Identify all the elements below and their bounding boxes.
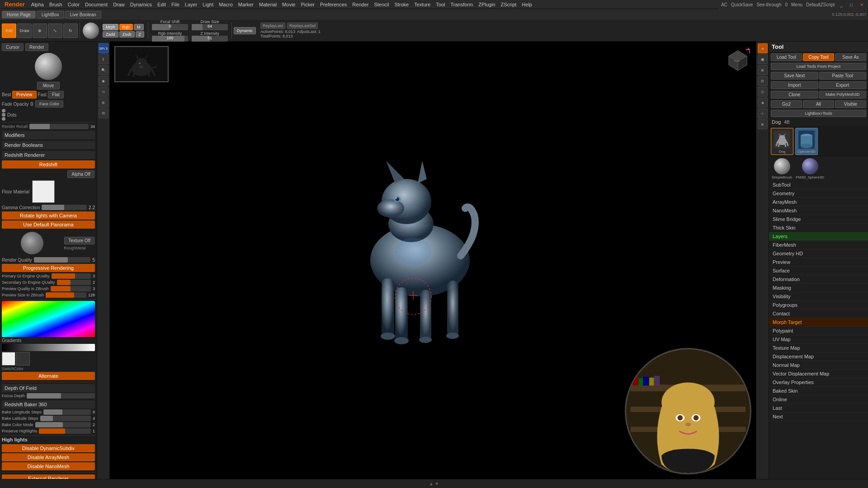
- menu-btn[interactable]: Menu: [791, 2, 802, 7]
- spi-icon[interactable]: SPi 3: [99, 43, 108, 53]
- visible-btn[interactable]: Visible: [835, 100, 866, 108]
- render-left-btn[interactable]: Render: [25, 43, 48, 51]
- menu-movie[interactable]: Movie: [279, 1, 298, 8]
- maximize-btn[interactable]: □: [848, 2, 854, 7]
- menu-zplugin[interactable]: ZPlugin: [476, 1, 498, 8]
- morph-target-item[interactable]: Morph Target: [769, 318, 868, 327]
- menu-render[interactable]: Render: [349, 1, 371, 8]
- replay-lastsel-btn[interactable]: ReplayLastSel: [287, 23, 318, 29]
- menu-stroke[interactable]: Stroke: [392, 1, 411, 8]
- save-next-btn[interactable]: Save Next: [771, 72, 818, 80]
- alternate-btn[interactable]: Alternate: [2, 372, 95, 380]
- preview-size-slider[interactable]: [46, 292, 86, 298]
- layers-item[interactable]: Layers: [769, 232, 868, 241]
- alpha-off-btn[interactable]: Alpha Off: [67, 170, 94, 178]
- make-polymesh3d-btn[interactable]: Make PolyMesh3D: [819, 91, 867, 99]
- menu-macro[interactable]: Macro: [216, 1, 236, 8]
- load-tool-btn[interactable]: Load Tool: [771, 53, 802, 61]
- disable-dynamicsubdiv-btn[interactable]: Disable DynamicSubdiv: [2, 444, 95, 452]
- texture-preview[interactable]: [21, 232, 43, 254]
- gradient-bar[interactable]: [2, 344, 95, 351]
- move-btn[interactable]: Move: [37, 82, 60, 89]
- fracture-icon[interactable]: ⧉: [99, 108, 108, 118]
- scale-btn[interactable]: ⤡: [48, 23, 62, 38]
- vector-displacement-item[interactable]: Vector Displacement Map: [769, 370, 868, 378]
- frame-icon[interactable]: ⊞: [99, 98, 108, 108]
- z-intensity-slider[interactable]: 51: [192, 36, 228, 42]
- rgb-btn[interactable]: Rgb: [119, 24, 133, 30]
- menu-light[interactable]: Light: [200, 1, 216, 8]
- menu-zscript[interactable]: ZScript: [498, 1, 519, 8]
- render-quality-slider[interactable]: [34, 257, 91, 263]
- progressive-rendering-btn[interactable]: Progressive Rendering: [2, 264, 95, 272]
- preview-quality-slider[interactable]: [51, 286, 91, 291]
- material-preview[interactable]: [83, 23, 99, 39]
- disable-arraymesh-btn[interactable]: Disable ArrayMesh: [2, 453, 95, 461]
- depth-of-field-header[interactable]: Depth Of Field: [2, 384, 95, 392]
- secondary-gi-slider[interactable]: [57, 280, 91, 285]
- nanomesh-item[interactable]: NanoMesh: [769, 206, 868, 215]
- grid-icon[interactable]: ⊹: [758, 108, 768, 118]
- ztry-btn[interactable]: Z: [136, 31, 145, 38]
- menu-texture[interactable]: Texture: [411, 1, 433, 8]
- gamma-slider[interactable]: [42, 205, 87, 210]
- lightbox-tools-btn[interactable]: Lightbox>Tools: [771, 110, 866, 117]
- redshift-btn[interactable]: Redshift: [2, 160, 95, 169]
- render-mode-icon[interactable]: ◈: [758, 43, 768, 53]
- menu-brush[interactable]: Brush: [47, 1, 65, 8]
- simple-brush-thumb[interactable]: SimpleBrush: [772, 158, 792, 179]
- use-default-panorama-btn[interactable]: Use Default Panorama: [2, 221, 95, 229]
- normal-map-item[interactable]: Normal Map: [769, 361, 868, 370]
- nav-cube[interactable]: Front: [724, 46, 751, 73]
- aahalf-icon[interactable]: ½: [99, 87, 108, 97]
- polypaint-item[interactable]: Polypaint: [769, 327, 868, 335]
- ao-icon[interactable]: ◈: [758, 98, 768, 108]
- visibility-item[interactable]: Visibility: [769, 292, 868, 301]
- render-booleans-header[interactable]: Render Booleans: [2, 141, 95, 149]
- flat-shade-icon[interactable]: ▣: [758, 54, 768, 64]
- deformation-item[interactable]: Deformation: [769, 275, 868, 284]
- actual-icon[interactable]: ◉: [99, 76, 108, 86]
- zsub-btn[interactable]: Zsub: [119, 31, 135, 38]
- preview-btn[interactable]: Preview: [12, 91, 37, 99]
- thick-skin-item[interactable]: Thick Skin: [769, 224, 868, 232]
- draw-size-slider[interactable]: 64: [192, 24, 228, 30]
- menu-tool[interactable]: Tool: [433, 1, 448, 8]
- flat-btn[interactable]: Flat: [48, 91, 64, 99]
- external-renderer-btn[interactable]: External Renderer: [2, 474, 95, 479]
- displacement-map-item[interactable]: Displacement Map: [769, 352, 868, 361]
- texture-map-item[interactable]: Texture Map: [769, 344, 868, 352]
- load-tools-project-btn[interactable]: Load Tools From Project: [771, 63, 866, 70]
- bake-color-mode-slider[interactable]: [35, 422, 91, 427]
- copy-tool-btn[interactable]: Copy Tool: [803, 53, 834, 61]
- mrph-btn[interactable]: Mrph: [103, 24, 118, 30]
- menu-color[interactable]: Color: [65, 1, 82, 8]
- move-btn[interactable]: ⊕: [33, 23, 47, 38]
- white-swatch[interactable]: [2, 352, 15, 366]
- menu-layer[interactable]: Layer: [182, 1, 200, 8]
- redshift-baker-header[interactable]: Redshift Baker 360: [2, 400, 95, 408]
- shadow-icon[interactable]: ◷: [758, 87, 768, 97]
- live-boolean-btn[interactable]: Live Boolean: [65, 11, 101, 19]
- scroll-icon[interactable]: ⇕: [99, 54, 108, 64]
- quicksave-btn[interactable]: QuickSave: [731, 2, 753, 7]
- pm3d-sphere-thumb[interactable]: PM3D_Sphere3D: [796, 158, 824, 179]
- rotate-btn[interactable]: ↻: [63, 23, 78, 38]
- import-btn[interactable]: Import: [771, 81, 818, 89]
- lightbox-btn[interactable]: LightBox: [37, 11, 64, 19]
- wireframe-icon[interactable]: ⊞: [758, 65, 768, 75]
- fibermesh-item[interactable]: FiberMesh: [769, 241, 868, 249]
- last-item[interactable]: Last: [769, 404, 868, 413]
- masking-item[interactable]: Masking: [769, 284, 868, 292]
- menu-edit[interactable]: Edit: [155, 1, 169, 8]
- default-zscript-btn[interactable]: DefaultZScript: [806, 2, 835, 7]
- save-as-btn[interactable]: Save As: [835, 53, 866, 61]
- subtool-item[interactable]: SubTool: [769, 181, 868, 189]
- cursor-btn[interactable]: Cursor: [2, 43, 24, 51]
- m-btn[interactable]: M: [134, 24, 144, 30]
- preserve-highlights-slider[interactable]: [39, 428, 91, 434]
- dynamic-btn[interactable]: Dynamic: [234, 27, 256, 34]
- all-btn[interactable]: All: [803, 100, 834, 108]
- paste-tool-btn[interactable]: Paste Tool: [819, 72, 867, 80]
- preview-item[interactable]: Preview: [769, 258, 868, 267]
